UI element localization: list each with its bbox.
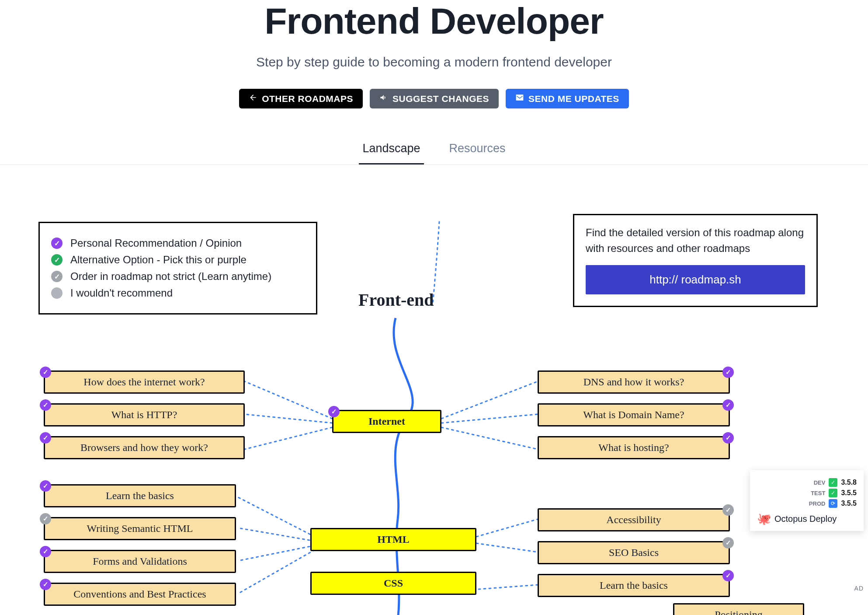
badge-purple-icon <box>722 399 734 411</box>
badge-gray-icon <box>722 537 734 549</box>
node-internet-label: Internet <box>368 416 405 427</box>
node-html-left-3[interactable]: Conventions and Best Practices <box>44 583 236 606</box>
check-icon: ✓ <box>829 489 837 497</box>
badge-purple-icon <box>722 432 734 444</box>
badge-purple-icon <box>40 579 51 590</box>
ad-tag: AD <box>854 585 864 592</box>
legend-solid-label: I wouldn't recommend <box>70 287 173 299</box>
node-html-left-0[interactable]: Learn the basics <box>44 484 236 507</box>
legend-gray-icon <box>51 271 62 282</box>
node-html[interactable]: HTML <box>310 528 476 551</box>
arrow-left-icon <box>249 93 257 104</box>
node-html-right-0[interactable]: Accessibility <box>538 508 730 531</box>
node-internet-right-1[interactable]: What is Domain Name? <box>538 403 730 426</box>
badge-purple-icon <box>40 432 51 444</box>
node-label: Browsers and how they work? <box>80 442 208 453</box>
badge-purple-icon <box>40 480 51 492</box>
node-label: SEO Basics <box>609 547 659 558</box>
node-label: What is hosting? <box>598 442 669 453</box>
node-html-right-2[interactable]: Learn the basics <box>538 574 730 597</box>
node-html-label: HTML <box>377 534 409 545</box>
node-html-left-2[interactable]: Forms and Validations <box>44 550 236 573</box>
node-label: Learn the basics <box>600 580 668 591</box>
ad-widget[interactable]: DEV ✓ 3.5.8 TEST ✓ 3.5.5 PROD ⟳ 3.5.5 🐙 … <box>750 470 864 531</box>
megaphone-icon <box>379 93 388 104</box>
action-button-row: OTHER ROADMAPS SUGGEST CHANGES SEND ME U… <box>0 89 868 108</box>
ad-env-row: DEV ✓ 3.5.8 <box>757 478 857 487</box>
node-internet-left-1[interactable]: What is HTTP? <box>44 403 245 426</box>
legend-item: Personal Recommendation / Opinion <box>51 237 305 249</box>
badge-purple-icon <box>328 406 340 417</box>
promo-text: Find the detailed version of this roadma… <box>586 225 805 256</box>
node-html-left-1[interactable]: Writing Semantic HTML <box>44 517 236 540</box>
node-label: What is HTTP? <box>111 409 177 420</box>
promo-link-button[interactable]: http:// roadmap.sh <box>586 265 805 294</box>
ad-env-row: TEST ✓ 3.5.5 <box>757 489 857 497</box>
node-internet-left-0[interactable]: How does the internet work? <box>44 370 245 394</box>
tab-bar: Landscape Resources <box>0 135 868 165</box>
promo-box: Find the detailed version of this roadma… <box>573 214 818 307</box>
legend-gray-label: Order in roadmap not strict (Learn anyti… <box>70 270 271 283</box>
octopus-icon: 🐙 <box>757 512 771 526</box>
ad-env-version: 3.5.8 <box>841 479 857 486</box>
node-internet[interactable]: Internet <box>332 410 441 433</box>
node-label: DNS and how it works? <box>583 376 684 388</box>
check-icon: ✓ <box>829 478 837 487</box>
badge-purple-icon <box>40 367 51 378</box>
node-label: Positioning <box>715 609 762 615</box>
node-label: Accessibility <box>606 514 661 525</box>
node-label: What is Domain Name? <box>583 409 684 420</box>
node-css-positioning[interactable]: Positioning <box>673 603 804 615</box>
legend-purple-label: Personal Recommendation / Opinion <box>70 237 242 249</box>
badge-purple-icon <box>722 367 734 378</box>
node-label: Conventions and Best Practices <box>73 588 206 600</box>
legend-item: Alternative Option - Pick this or purple <box>51 254 305 266</box>
ad-env-label: PROD <box>806 500 825 507</box>
other-roadmaps-button[interactable]: OTHER ROADMAPS <box>239 89 363 108</box>
tab-landscape[interactable]: Landscape <box>359 135 424 164</box>
other-roadmaps-label: OTHER ROADMAPS <box>262 94 353 104</box>
legend-green-icon <box>51 254 62 266</box>
legend-item: I wouldn't recommend <box>51 287 305 299</box>
envelope-icon <box>515 93 524 104</box>
badge-gray-icon <box>40 513 51 524</box>
legend-item: Order in roadmap not strict (Learn anyti… <box>51 270 305 283</box>
ad-env-label: TEST <box>806 490 825 496</box>
send-updates-label: SEND ME UPDATES <box>528 94 619 104</box>
tab-resources[interactable]: Resources <box>446 135 509 164</box>
ad-brand-label: Octopus Deploy <box>774 514 837 524</box>
legend-box: Personal Recommendation / Opinion Altern… <box>38 222 317 314</box>
node-internet-right-2[interactable]: What is hosting? <box>538 436 730 459</box>
node-label: Learn the basics <box>106 490 174 501</box>
ad-brand-row: 🐙 Octopus Deploy <box>757 512 857 526</box>
badge-purple-icon <box>40 546 51 557</box>
badge-purple-icon <box>722 570 734 581</box>
suggest-changes-label: SUGGEST CHANGES <box>392 94 489 104</box>
node-label: How does the internet work? <box>83 376 205 388</box>
node-label: Writing Semantic HTML <box>87 523 193 534</box>
node-css-label: CSS <box>384 577 403 589</box>
badge-purple-icon <box>40 399 51 411</box>
roadmap-canvas: Personal Recommendation / Opinion Altern… <box>0 204 868 615</box>
legend-purple-icon <box>51 238 62 249</box>
node-label: Forms and Validations <box>93 556 187 567</box>
node-internet-left-2[interactable]: Browsers and how they work? <box>44 436 245 459</box>
legend-solid-icon <box>51 287 62 299</box>
sync-icon: ⟳ <box>829 499 837 508</box>
node-html-right-1[interactable]: SEO Basics <box>538 541 730 564</box>
ad-env-label: DEV <box>806 479 825 486</box>
ad-env-row: PROD ⟳ 3.5.5 <box>757 499 857 508</box>
node-internet-right-0[interactable]: DNS and how it works? <box>538 370 730 394</box>
badge-gray-icon <box>722 504 734 516</box>
suggest-changes-button[interactable]: SUGGEST CHANGES <box>370 89 499 108</box>
page-title: Frontend Developer <box>0 0 868 42</box>
send-updates-button[interactable]: SEND ME UPDATES <box>506 89 629 108</box>
ad-env-version: 3.5.5 <box>841 489 857 497</box>
page-subtitle: Step by step guide to becoming a modern … <box>0 55 868 70</box>
diagram-title: Front-end <box>358 290 434 310</box>
ad-env-version: 3.5.5 <box>841 500 857 507</box>
legend-green-label: Alternative Option - Pick this or purple <box>70 254 247 266</box>
node-css[interactable]: CSS <box>310 572 476 595</box>
